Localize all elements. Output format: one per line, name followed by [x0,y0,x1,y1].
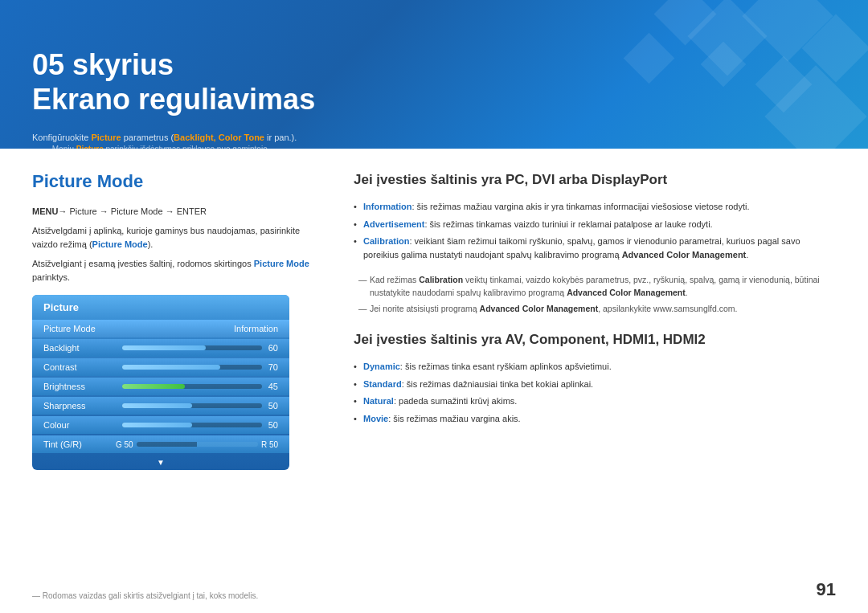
page-footer: Rodomas vaizdas gali skirtis atsižvelgia… [32,579,836,600]
colour-row: Colour 50 [32,416,289,434]
right-section1-title: Jei įvesties šaltinis yra PC, DVI arba D… [354,171,836,189]
right-column: Jei įvesties šaltinis yra PC, DVI arba D… [354,171,836,470]
contrast-row: Contrast 70 [32,358,289,376]
contrast-bar-fill [122,365,220,370]
tint-r-value: R 50 [261,440,278,449]
tint-bar [137,442,258,447]
picture-mode-row: Picture Mode Information [32,320,289,337]
tint-label: Tint (G/R) [43,439,116,449]
header-note: → Meniu Picture parinkčių išdėstymas pri… [42,145,269,149]
cal-text: : veikiant šiam režimui taikomi ryškunio… [363,236,800,260]
page-number: 91 [817,579,836,600]
natural-text: : padeda sumažinti krūvį akims. [394,396,517,406]
header-title-block: 05 skyrius Ekrano reguliavimas [32,47,315,116]
backlight-bar-fill [122,345,206,350]
acm-ref-1: Advanced Color Management [567,288,686,297]
backlight-row: Backlight 60 [32,339,289,357]
contrast-label: Contrast [43,362,116,372]
subnote-1: Kad režimas Calibration veiktų tinkamai,… [354,274,836,300]
bullet-movie: Movie: šis režimas mažiau vargina akis. [354,412,836,426]
tint-row: Tint (G/R) G 50 R 50 [32,435,289,453]
picture-mode-value: Information [234,324,278,333]
backlight-value: 60 [268,343,278,353]
subtitle-highlight2: Backlight, Color Tone [174,133,264,142]
picture-mode-label: Picture Mode [43,324,116,333]
note-suffix: parinkčių išdėstymas priklauso nuo gamin… [104,145,270,149]
colour-bar-fill [122,423,192,427]
picture-ui-mockup: Picture Picture Mode Information Backlig… [32,295,289,470]
chapter-title: 05 skyrius [32,47,315,82]
menu-path-suffix: → Picture → Picture Mode → ENTER [58,206,207,216]
dynamic-label: Dynamic [363,362,400,371]
subtitle-middle: parametrus ( [121,133,174,142]
menu-path: MENU→ Picture → Picture Mode → ENTER [32,206,321,216]
cal-label: Calibration [363,236,409,246]
info-text: : šis režimas mažiau vargina akis ir yra… [412,202,750,211]
bullet-calibration: Calibration: veikiant šiam režimui taiko… [354,235,836,261]
page-title: Ekrano reguliavimas [32,82,315,116]
sharpness-value: 50 [268,401,278,411]
subtitle-highlight: Picture [91,133,121,142]
colour-label: Colour [43,420,116,430]
main-content: Picture Mode MENU→ Picture → Picture Mod… [0,149,868,470]
bullet-information: Information: šis režimas mažiau vargina … [354,200,836,214]
note-highlight: Picture [76,145,104,149]
page-header: 05 skyrius Ekrano reguliavimas Konfigūru… [0,0,868,149]
bullet-dynamic: Dynamic: šis režimas tinka esant ryškiam… [354,360,836,374]
ad-label: Advertisement [363,219,424,229]
scroll-arrow: ▼ [32,455,289,470]
picture-desc-1: Atsižvelgdami į aplinką, kurioje gaminys… [32,224,321,251]
sharpness-bar-fill [122,403,192,408]
note-prefix: → Meniu [42,145,76,149]
ad-text: : šis režimas tinkamas vaizdo turiniui i… [424,219,712,229]
colour-bar [122,423,262,427]
subtitle-suffix: ir pan.). [264,133,297,142]
brightness-bar-fill [122,384,185,389]
tint-values: G 50 R 50 [116,440,278,449]
sharpness-label: Sharpness [43,401,116,411]
sharpness-row: Sharpness 50 [32,397,289,415]
desc1-text: Atsižvelgdami į aplinką, kurioje gaminys… [32,226,300,249]
backlight-label: Backlight [43,343,116,353]
standard-text: : šis režimas dažniausiai tinka bet koki… [402,379,593,389]
movie-label: Movie [363,414,388,423]
natural-label: Natural [363,396,394,406]
info-label: Information [363,202,412,211]
header-decorations [434,0,868,149]
bullet-standard: Standard: šis režimas dažniausiai tinka … [354,378,836,391]
standard-label: Standard [363,379,402,389]
brightness-bar [122,384,262,389]
dynamic-text: : šis režimas tinka esant ryškiam aplink… [400,362,612,371]
section1-bullet-list: Information: šis režimas mažiau vargina … [354,200,836,261]
menu-label: MENU [32,206,58,216]
brightness-label: Brightness [43,382,116,391]
contrast-bar [122,365,262,370]
section2: Jei įvesties šaltinis yra AV, Component,… [354,331,836,425]
brightness-row: Brightness 45 [32,378,289,395]
picture-desc-2: Atsižvelgiant į esamą įvesties šaltinį, … [32,257,321,284]
acm-ref-2: Advanced Color Management [480,304,599,313]
subnote-2: Jei norite atsisiųsti programą Advanced … [354,303,836,316]
left-column: Picture Mode MENU→ Picture → Picture Mod… [32,171,321,470]
picture-ui-header: Picture [32,295,289,320]
sharpness-bar [122,403,262,408]
bullet-advertisement: Advertisement: šis režimas tinkamas vaiz… [354,218,836,231]
calibration-ref: Calibration [419,275,463,284]
subtitle-prefix: Konfigūruokite [32,133,91,142]
brightness-value: 45 [268,382,278,391]
left-section-title: Picture Mode [32,171,321,192]
colour-value: 50 [268,420,278,430]
backlight-bar [122,345,262,350]
section2-bullet-list: Dynamic: šis režimas tinka esant ryškiam… [354,360,836,425]
movie-text: : šis režimas mažiau vargina akis. [388,414,520,423]
contrast-value: 70 [268,362,278,372]
right-section2-title: Jei įvesties šaltinis yra AV, Component,… [354,331,836,349]
header-subtitle: Konfigūruokite Picture parametrus (Backl… [32,133,297,142]
desc2-text: Atsižvelgiant į esamą įvesties šaltinį, … [32,259,309,282]
bullet-natural: Natural: padeda sumažinti krūvį akims. [354,394,836,408]
tint-g-value: G 50 [116,440,133,449]
diamond-8 [624,33,675,84]
footer-note: Rodomas vaizdas gali skirtis atsižvelgia… [32,591,258,600]
